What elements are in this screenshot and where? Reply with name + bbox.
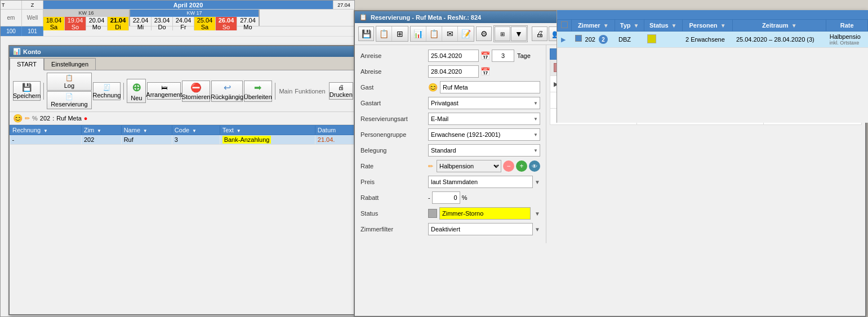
zeitraum-filter-icon: ▼: [791, 23, 797, 29]
save-button[interactable]: 💾 Speichern: [13, 81, 41, 101]
log-icon: 📋: [65, 74, 73, 82]
status-row: Status ▼: [360, 207, 540, 220]
belegung-select[interactable]: Standard: [428, 144, 540, 157]
res-col-status: Status ▼: [644, 20, 682, 32]
dlg-view-group: 📊 📋 ✉ 📝: [410, 26, 474, 42]
res-cell-rate: Halbpensio inkl. Ortstaxe: [826, 32, 868, 48]
dlg-gear-btn[interactable]: ⚙: [476, 26, 492, 41]
print-button[interactable]: 🖨 Drucken: [329, 82, 353, 100]
undo-icon: ↩: [224, 82, 231, 93]
res-zimmer-num: 202: [585, 36, 595, 43]
gastart-row: Gastart Privatgast: [360, 97, 540, 109]
pencil-icon[interactable]: ✏: [25, 115, 30, 122]
status-dropdown-btn[interactable]: ▼: [535, 211, 540, 217]
name-sort: ▼: [143, 128, 148, 133]
tab-start[interactable]: START: [10, 58, 44, 70]
res-list-header-bar: [557, 10, 868, 19]
belegung-select-wrapper: Standard: [428, 144, 540, 157]
abreise-input[interactable]: [428, 65, 479, 78]
res-cell-zeitraum: 25.04.2020 – 28.04.2020 (3): [733, 32, 826, 48]
dlg-copy-btn[interactable]: 📋: [376, 26, 392, 41]
rabatt-input-group: - %: [428, 191, 467, 204]
res-row-checkbox[interactable]: [575, 35, 582, 42]
rabatt-input[interactable]: [432, 191, 460, 204]
status-field: ▼: [428, 207, 540, 220]
dlg-copy-group: 📋 ⊞: [376, 26, 408, 42]
undo-button[interactable]: ↩ Rückgängig: [211, 81, 243, 102]
gast-smiley-icon: 😊: [428, 83, 438, 92]
tage-label: Tage: [517, 52, 531, 59]
konto-title: Konto: [23, 48, 41, 55]
cancel-button[interactable]: ⛔ Stornieren: [182, 81, 210, 102]
preis-dropdown-btn[interactable]: ▼: [535, 179, 540, 185]
save-label: Speichern: [13, 92, 41, 99]
save-icon: 💾: [22, 83, 32, 92]
dlg-letter-btn[interactable]: ✉: [442, 26, 458, 41]
arrangement-button[interactable]: 🛏 Arrangement: [147, 82, 181, 100]
col-name: Name ▼: [121, 126, 172, 135]
well-label: Well: [22, 10, 43, 26]
res-list-row[interactable]: ▶ 202 2 DBZ 2 Erwachsene 25.04.2020 – 28…: [558, 32, 868, 48]
dlg-grid-btn[interactable]: ⊞: [392, 26, 408, 41]
res-badge: 2: [599, 35, 608, 44]
res-cell-zimmer: 202 2: [572, 32, 615, 48]
personengruppe-select[interactable]: Erwachsene (1921-2001): [428, 128, 540, 141]
gastart-label: Gastart: [360, 100, 428, 106]
cancel-icon: ⛔: [190, 82, 202, 93]
new-button[interactable]: ⊕ Neu: [127, 79, 146, 103]
reservierungsart-select[interactable]: E-Mail: [428, 113, 540, 125]
tage-input[interactable]: [492, 50, 514, 62]
zimmerfilter-input[interactable]: [428, 223, 533, 235]
log-button[interactable]: 📋 Log: [47, 73, 91, 91]
rate-pencil-icon[interactable]: ✏: [428, 163, 433, 170]
dlg-grid2-btn[interactable]: ⊞: [495, 26, 510, 41]
col-text: Text ▼: [220, 126, 315, 135]
zim-sort: ▼: [97, 128, 101, 133]
anreise-input[interactable]: [428, 50, 479, 62]
reservierungsart-row: Reservierungsart E-Mail: [360, 113, 540, 125]
rate-eye-btn[interactable]: 👁: [529, 160, 540, 172]
room-num-101: 101: [22, 26, 43, 36]
table-row[interactable]: - 202 Ruf 3 Bank-Anzahlung 21.04.: [10, 135, 357, 145]
zimmerfilter-input-group: ▼: [428, 223, 540, 235]
anreise-label: Anreise: [360, 52, 428, 59]
cell-text: Bank-Anzahlung: [220, 135, 315, 145]
rechnung-sort: ▼: [43, 128, 48, 133]
dlg-note-btn[interactable]: 📝: [458, 26, 474, 41]
status-color-box: [428, 209, 437, 218]
log-label: Log: [64, 82, 74, 89]
zimmerfilter-row: Zimmerfilter ▼: [360, 223, 540, 235]
preis-input[interactable]: [428, 176, 533, 188]
dialog-icon: 📋: [359, 14, 367, 21]
dlg-list-btn[interactable]: 📋: [426, 26, 442, 41]
status-input[interactable]: [439, 207, 531, 220]
reservierungsart-select-wrapper: E-Mail: [428, 113, 540, 125]
abreise-cal-icon[interactable]: 📅: [480, 67, 490, 76]
reservation-button[interactable]: 📄 Reservierung: [47, 91, 91, 109]
dlg-print-btn[interactable]: 🖨: [532, 26, 547, 41]
forward-button[interactable]: ➡ Überleiten: [244, 81, 272, 102]
rate-plus-btn[interactable]: +: [516, 160, 527, 172]
dlg-save-btn[interactable]: 💾: [358, 26, 374, 41]
dlg-down-btn[interactable]: ▼: [511, 26, 527, 41]
res-header-checkbox[interactable]: [561, 21, 568, 28]
reservierungsart-label: Reservierungsart: [360, 115, 428, 122]
gastart-select[interactable]: Privatgast: [428, 97, 540, 109]
rate-select[interactable]: Halbpension: [437, 160, 501, 172]
status-label: Status: [360, 210, 428, 217]
gast-input[interactable]: [440, 81, 540, 93]
kw17-label: KW 17: [130, 10, 259, 17]
personen-filter-icon: ▼: [720, 23, 726, 29]
reservation-icon: 📄: [65, 93, 73, 100]
dlg-table-btn[interactable]: 📊: [411, 26, 426, 41]
rate-minus-btn[interactable]: −: [503, 160, 514, 172]
print-label: Drucken: [330, 91, 353, 98]
invoice-button[interactable]: 🧾 Rechnung: [93, 82, 121, 100]
res-cell-arrow: ▶: [558, 32, 572, 48]
anreise-cal-icon[interactable]: 📅: [480, 51, 490, 60]
zimmerfilter-dropdown-btn[interactable]: ▼: [535, 226, 540, 233]
room-num-100: 100: [1, 26, 22, 36]
percent-icon: %: [32, 115, 38, 122]
tab-einstellungen[interactable]: Einstellungen: [44, 58, 96, 70]
konto-table-container: Rechnung ▼ Zim ▼ Name ▼ Code ▼: [10, 125, 357, 283]
